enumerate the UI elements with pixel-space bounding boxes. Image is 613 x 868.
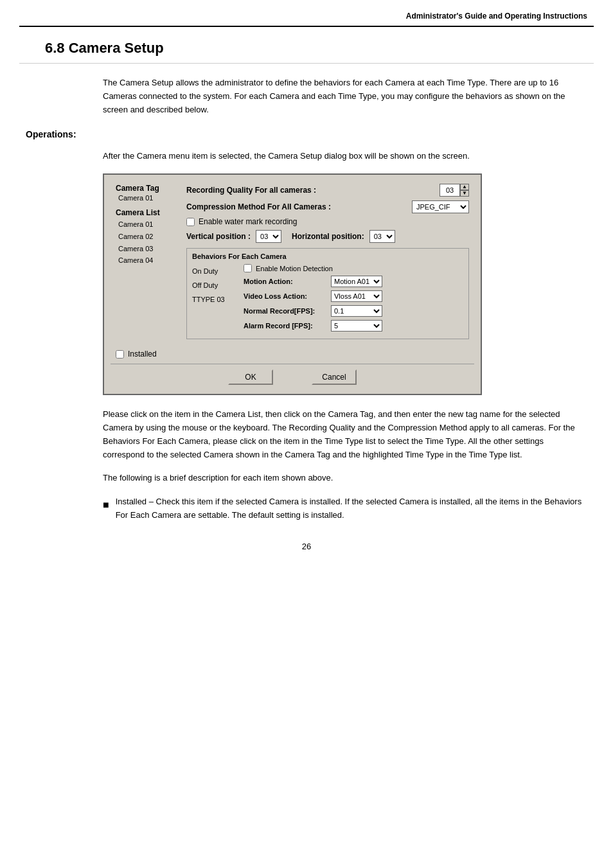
ok-button[interactable]: OK: [228, 369, 273, 385]
list-item[interactable]: Camera 04: [118, 254, 176, 267]
time-type-on-duty[interactable]: On Duty: [192, 264, 237, 278]
compression-select[interactable]: JPEG_CIF JPEG_D1 MPEG4_CIF: [412, 200, 469, 213]
time-type-ttype03[interactable]: TTYPE 03: [192, 292, 237, 306]
recording-quality-label: Recording Quality For all cameras :: [186, 186, 440, 195]
post-text-2: The following is a brief description for…: [103, 472, 587, 485]
position-row: Vertical position : 03 01 02 Horizontal …: [186, 230, 469, 243]
bullet-icon: ■: [103, 497, 109, 513]
alarm-record-row: Alarm Record [FPS]: 5 1 10: [244, 320, 463, 332]
header-title: Administrator's Guide and Operating Inst…: [406, 12, 587, 21]
compression-row: Compression Method For All Cameras : JPE…: [186, 200, 469, 213]
camera-tag-value[interactable]: Camera 01: [116, 194, 176, 202]
alarm-record-label: Alarm Record [FPS]:: [244, 322, 327, 330]
installed-checkbox[interactable]: [116, 350, 124, 359]
left-panel: Camera Tag Camera 01 Camera List Camera …: [111, 181, 181, 347]
horizontal-position-label: Horizontal position:: [292, 232, 364, 241]
time-type-off-duty[interactable]: Off Duty: [192, 278, 237, 292]
video-loss-row: Video Loss Action: Vloss A01 Vloss A02: [244, 290, 463, 302]
alarm-record-select[interactable]: 5 1 10: [331, 320, 382, 332]
bullet-list: ■ Installed – Check this item if the sel…: [103, 495, 587, 522]
list-item[interactable]: Camera 01: [118, 218, 176, 231]
bullet-item-installed: ■ Installed – Check this item if the sel…: [103, 495, 587, 522]
installed-label: Installed: [128, 350, 157, 359]
normal-record-select[interactable]: 0.1 1 5: [331, 305, 382, 317]
behaviors-form: Enable Motion Detection Motion Action: M…: [244, 264, 463, 335]
vertical-position-label: Vertical position :: [186, 232, 251, 241]
watermark-label: Enable water mark recording: [199, 217, 297, 226]
installed-row: Installed: [111, 347, 474, 361]
horizontal-position-select[interactable]: 03 01 02: [369, 230, 395, 243]
normal-record-row: Normal Record[FPS]: 0.1 1 5: [244, 305, 463, 317]
right-panel: Recording Quality For all cameras : ▲ ▼ …: [181, 181, 474, 347]
motion-action-label: Motion Action:: [244, 278, 327, 285]
intro-text: The Camera Setup allows the administrato…: [103, 76, 587, 116]
video-loss-select[interactable]: Vloss A01 Vloss A02: [331, 290, 382, 302]
compression-label: Compression Method For All Cameras :: [186, 202, 412, 211]
recording-quality-row: Recording Quality For all cameras : ▲ ▼: [186, 184, 469, 197]
bullet-text-installed: Installed – Check this item if the selec…: [116, 495, 587, 522]
watermark-checkbox[interactable]: [186, 218, 195, 226]
motion-action-row: Motion Action: Motion A01 Motion A02: [244, 276, 463, 287]
watermark-row: Enable water mark recording: [186, 217, 469, 226]
spinner-buttons: ▲ ▼: [460, 184, 469, 197]
operations-label: Operations:: [26, 129, 103, 139]
spinner-down-btn[interactable]: ▼: [460, 190, 469, 197]
list-item[interactable]: Camera 02: [118, 231, 176, 243]
post-text-1: Please click on the item in the Camera L…: [103, 408, 587, 461]
dialog-buttons: OK Cancel: [111, 364, 474, 387]
video-loss-label: Video Loss Action:: [244, 292, 327, 300]
behaviors-legend: Behaviors For Each Camera: [192, 252, 463, 260]
section-title: 6.8 Camera Setup: [19, 27, 594, 64]
camera-list-items: Camera 01 Camera 02 Camera 03 Camera 04: [116, 218, 176, 267]
camera-setup-dialog: Camera Tag Camera 01 Camera List Camera …: [103, 173, 482, 395]
cancel-button[interactable]: Cancel: [312, 369, 357, 385]
enable-motion-checkbox[interactable]: [244, 264, 252, 272]
page-header: Administrator's Guide and Operating Inst…: [0, 0, 613, 26]
enable-motion-label: Enable Motion Detection: [256, 265, 333, 272]
page-number: 26: [0, 529, 613, 558]
list-item[interactable]: Camera 03: [118, 243, 176, 255]
camera-list-label: Camera List: [116, 208, 176, 217]
recording-quality-spinner: ▲ ▼: [440, 184, 469, 197]
normal-record-label: Normal Record[FPS]:: [244, 307, 327, 315]
vertical-position-select[interactable]: 03 01 02: [256, 230, 281, 243]
time-types-list: On Duty Off Duty TTYPE 03: [192, 264, 237, 335]
behaviors-group: Behaviors For Each Camera On Duty Off Du…: [186, 248, 469, 339]
spinner-up-btn[interactable]: ▲: [460, 184, 469, 190]
ops-intro-text: After the Camera menu item is selected, …: [103, 150, 587, 163]
camera-tag-label: Camera Tag: [116, 184, 176, 193]
motion-action-select[interactable]: Motion A01 Motion A02: [331, 276, 382, 287]
recording-quality-input[interactable]: [440, 184, 460, 197]
enable-motion-row: Enable Motion Detection: [244, 264, 463, 272]
